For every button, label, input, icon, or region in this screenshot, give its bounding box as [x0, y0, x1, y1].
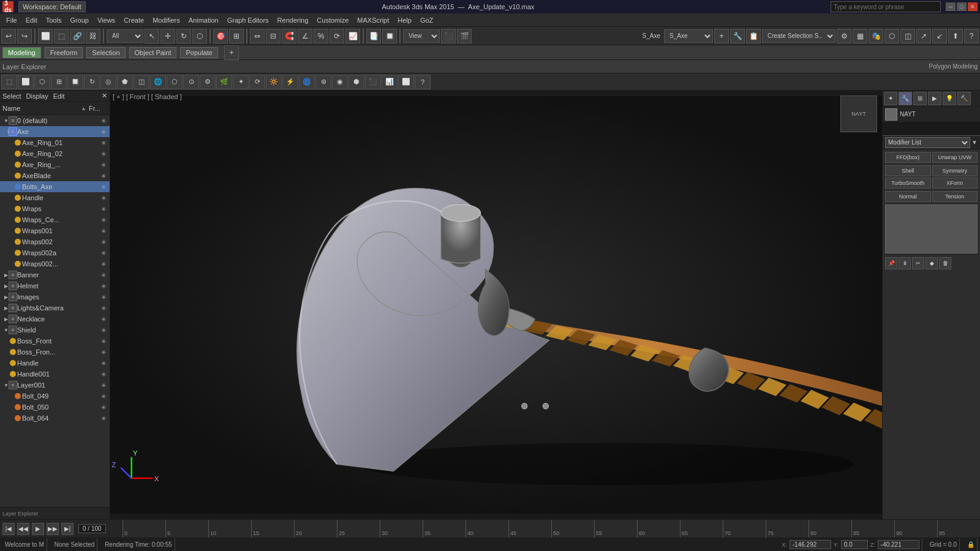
scene-item-default-layer[interactable]: ▼ ≡ 0 (default) ✳: [0, 115, 110, 126]
prev-key-button[interactable]: ◀◀: [17, 523, 29, 535]
select-region-button[interactable]: ⬚: [54, 29, 69, 43]
show-buttons[interactable]: ✂: [912, 257, 924, 269]
scene-item-axe-ring-03[interactable]: Axe_Ring_... ✳: [0, 159, 110, 170]
scene-item-helmet[interactable]: ▶ ≡ Helmet ✳: [0, 280, 110, 291]
modifier-list-arrow[interactable]: ▼: [971, 139, 978, 146]
scene-item-axe[interactable]: ▼ ≡ Axe ✳: [0, 126, 110, 137]
item-star-layer001[interactable]: ✳: [101, 382, 110, 389]
symmetry-button[interactable]: Symmetry: [932, 165, 978, 176]
timeline-track[interactable]: 0510152025303540455055606570758085909510…: [123, 520, 980, 538]
display-icon[interactable]: 💡: [943, 92, 956, 105]
tab-extra[interactable]: +: [224, 45, 239, 60]
expand-default[interactable]: ▼: [2, 118, 9, 124]
tool-20[interactable]: ⊛: [315, 75, 331, 89]
tool-23[interactable]: ⬛: [365, 75, 381, 89]
menu-create[interactable]: Create: [120, 15, 148, 25]
snap-toggle[interactable]: 🧲: [282, 29, 296, 43]
create-panel-icon[interactable]: ✦: [884, 92, 897, 105]
expand-helmet[interactable]: ▶: [2, 283, 9, 289]
undo-button[interactable]: ↩: [1, 29, 16, 43]
percent-snap[interactable]: %: [314, 29, 328, 43]
tool-4[interactable]: ⊞: [51, 75, 67, 89]
align-button[interactable]: ⊟: [266, 29, 281, 43]
scene-item-necklace[interactable]: ▶ ≡ Necklace ✳: [0, 313, 110, 324]
expand-lights[interactable]: ▶: [2, 305, 9, 311]
toolbar-extra-9[interactable]: ↗: [916, 29, 931, 43]
scale-button[interactable]: ⬡: [192, 29, 207, 43]
scene-item-bolt064[interactable]: Bolt_064 ✳: [0, 413, 110, 424]
redo-button[interactable]: ↪: [17, 29, 32, 43]
item-star-bolt050[interactable]: ✳: [101, 404, 110, 411]
tab-populate[interactable]: Populate: [180, 47, 217, 58]
motion-icon[interactable]: ▶: [928, 92, 941, 105]
viewport-dropdown[interactable]: View: [403, 29, 440, 43]
expand-banner[interactable]: ▶: [2, 272, 9, 278]
help-button[interactable]: ?: [964, 29, 979, 43]
lock-icon[interactable]: 🔒: [967, 541, 974, 548]
mirror-button[interactable]: ⇔: [250, 29, 265, 43]
tool-3[interactable]: ⬡: [34, 75, 50, 89]
scene-item-axe-ring-01[interactable]: Axe_Ring_01 ✳: [0, 137, 110, 148]
nav-cube[interactable]: NAYT: [840, 96, 877, 132]
scene-item-handle[interactable]: Handle ✳: [0, 192, 110, 203]
scene-item-layer001[interactable]: ▼ ≡ Layer001 ✳: [0, 380, 110, 391]
menu-customize[interactable]: Customize: [313, 15, 352, 25]
menu-maxscript[interactable]: MAXScript: [353, 15, 393, 25]
item-star-handle[interactable]: ✳: [101, 195, 110, 201]
item-star-blade[interactable]: ✳: [101, 173, 110, 179]
item-star-default[interactable]: ✳: [101, 118, 110, 124]
menu-animation[interactable]: Animation: [185, 15, 222, 25]
tool-7[interactable]: ◎: [100, 75, 116, 89]
ffd-box-button[interactable]: FFD(box): [885, 152, 931, 163]
item-star-wraps002[interactable]: ✳: [101, 239, 110, 246]
scene-item-banner[interactable]: ▶ ≡ Banner ✳: [0, 269, 110, 280]
turbosmooth-button[interactable]: TurboSmooth: [885, 178, 931, 189]
tab-selection[interactable]: Selection: [86, 47, 125, 58]
scene-item-axe-ring-02[interactable]: Axe_Ring_02 ✳: [0, 148, 110, 159]
normal-button[interactable]: Normal: [885, 191, 931, 202]
scene-item-wraps002b[interactable]: Wraps002... ✳: [0, 258, 110, 269]
item-star-wraps[interactable]: ✳: [101, 206, 110, 212]
coord-y-field[interactable]: [841, 540, 868, 549]
item-star-bolt049[interactable]: ✳: [101, 393, 110, 400]
tool-2[interactable]: ⬜: [18, 75, 34, 89]
curve-editor[interactable]: 📈: [345, 29, 360, 43]
maximize-button[interactable]: □: [957, 2, 967, 11]
scene-item-wraps-ce[interactable]: Wraps_Ce... ✳: [0, 214, 110, 225]
utilities-icon[interactable]: 🔨: [957, 92, 971, 105]
object-color-swatch[interactable]: [885, 108, 897, 121]
modifier-search-input[interactable]: [883, 122, 980, 136]
modify-panel-icon[interactable]: 🔧: [899, 92, 912, 105]
expand-necklace[interactable]: ▶: [2, 316, 9, 322]
tool-13[interactable]: ⚙: [200, 75, 216, 89]
spinner-snap[interactable]: ⟳: [330, 29, 344, 43]
toolbar-extra-10[interactable]: ↙: [932, 29, 947, 43]
tension-button[interactable]: Tension: [932, 191, 978, 202]
render-button[interactable]: ⬛: [441, 29, 456, 43]
tool-14[interactable]: 🌿: [216, 75, 232, 89]
item-star-banner[interactable]: ✳: [101, 272, 110, 279]
scene-item-axeblade[interactable]: AxeBlade ✳: [0, 170, 110, 181]
scene-item-handle001[interactable]: Handle001 ✳: [0, 369, 110, 380]
item-star-wraps002b[interactable]: ✳: [101, 261, 110, 268]
menu-graph-editors[interactable]: Graph Editors: [224, 15, 273, 25]
tool-10[interactable]: 🌐: [150, 75, 166, 89]
scene-item-wraps002a[interactable]: Wraps002a ✳: [0, 247, 110, 258]
item-star-helmet[interactable]: ✳: [101, 283, 110, 290]
reference-coord-button[interactable]: 🎯: [213, 29, 228, 43]
close-button[interactable]: ✕: [968, 2, 978, 11]
toolbar-extra-8[interactable]: ◫: [900, 29, 915, 43]
filter-dropdown[interactable]: All: [107, 29, 143, 43]
tab-freeform[interactable]: Freeform: [45, 47, 83, 58]
item-star-shield[interactable]: ✳: [101, 327, 110, 334]
select-button[interactable]: ↖: [145, 29, 159, 43]
item-star-handle001[interactable]: ✳: [101, 371, 110, 378]
scene-item-wraps002[interactable]: Wraps002 ✳: [0, 236, 110, 247]
scene-scrollbar[interactable]: Layer Explorer: [0, 507, 110, 519]
minimize-button[interactable]: ─: [946, 2, 956, 11]
angle-snap[interactable]: ∠: [298, 29, 312, 43]
item-star-boss[interactable]: ✳: [101, 338, 110, 345]
scene-item-bolt049[interactable]: Bolt_049 ✳: [0, 391, 110, 402]
sort-icon[interactable]: ▲: [81, 105, 86, 111]
item-star-necklace[interactable]: ✳: [101, 316, 110, 323]
